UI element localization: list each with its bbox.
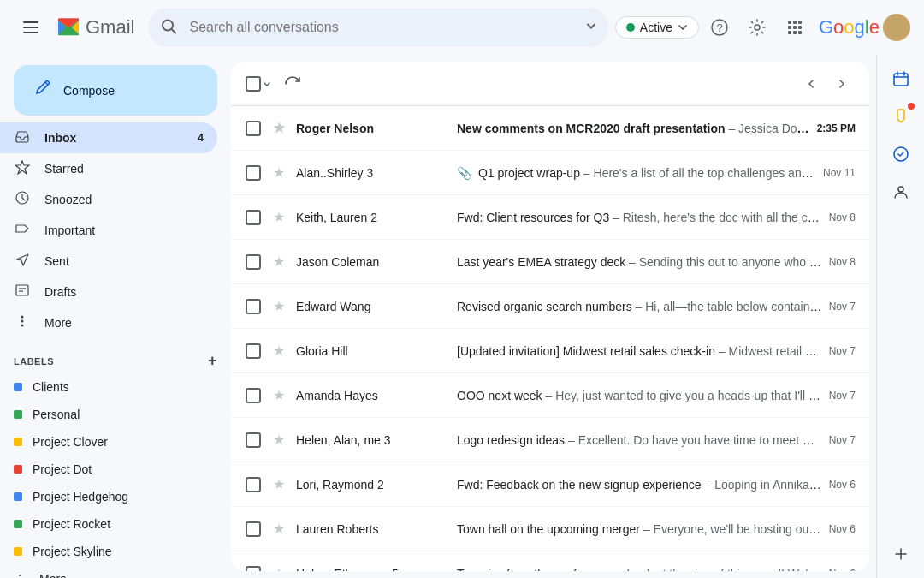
help-button[interactable]: ?: [702, 10, 737, 45]
email-checkbox-3[interactable]: [245, 210, 262, 225]
label-item-project-rocket[interactable]: Project Rocket: [0, 510, 217, 538]
google-logo: Google: [819, 16, 880, 39]
svg-point-31: [898, 187, 903, 192]
email-checkbox-6[interactable]: [245, 343, 262, 359]
star-button-4[interactable]: ★: [269, 252, 289, 272]
star-button-10[interactable]: ★: [269, 519, 289, 539]
active-status-badge[interactable]: Active: [615, 16, 699, 39]
email-checkbox-10[interactable]: [245, 521, 262, 537]
email-checkbox-8[interactable]: [245, 432, 262, 448]
next-page-button[interactable]: [828, 70, 856, 98]
email-preview-5: – Hi, all—the table below contains the r…: [636, 300, 822, 313]
svg-text:?: ?: [716, 21, 722, 34]
star-button-6[interactable]: ★: [269, 341, 289, 361]
star-button-1[interactable]: ★: [269, 118, 289, 139]
refresh-button[interactable]: [279, 70, 306, 98]
svg-rect-1: [23, 27, 38, 28]
menu-icon[interactable]: [14, 10, 48, 45]
email-sender-2: Alan..Shirley 3: [296, 166, 450, 180]
nav-item-starred[interactable]: Starred: [0, 153, 217, 184]
email-checkbox-7[interactable]: [245, 388, 262, 403]
email-row[interactable]: ★ Edward Wang Revised organic search num…: [231, 284, 869, 329]
nav-item-important[interactable]: Important: [0, 215, 217, 246]
nav-label-important: Important: [44, 223, 95, 237]
svg-marker-17: [15, 161, 29, 174]
nav-label-drafts: Drafts: [44, 285, 76, 299]
star-button-8[interactable]: ★: [269, 430, 289, 450]
star-button-7[interactable]: ★: [269, 385, 289, 406]
search-dropdown-icon[interactable]: [584, 20, 598, 36]
email-checkbox-4[interactable]: [245, 254, 262, 270]
nav-item-sent[interactable]: Sent: [0, 246, 217, 277]
nav-count-inbox: 4: [198, 132, 204, 144]
email-preview-7: – Hey, just wanted to give you a heads-u…: [545, 389, 821, 402]
gmail-logo: Gmail: [55, 14, 134, 41]
star-button-2[interactable]: ★: [269, 163, 289, 183]
gmail-text: Gmail: [86, 16, 134, 39]
email-time-11: Nov 6: [829, 568, 856, 572]
email-row[interactable]: ★ Helen, Alan, me 3 Logo redesign ideas …: [231, 418, 869, 462]
email-sender-3: Keith, Lauren 2: [296, 211, 450, 224]
label-item-project-skyline[interactable]: Project Skyline: [0, 538, 217, 565]
label-name-project-hedgehog: Project Hedgehog: [33, 490, 128, 504]
email-time-10: Nov 6: [829, 523, 856, 535]
nav-item-drafts[interactable]: Drafts: [0, 277, 217, 307]
email-row[interactable]: ★ Alan..Shirley 3 📎 Q1 project wrap-up –…: [231, 151, 869, 195]
clients-dot: [14, 383, 22, 391]
select-all-checkbox[interactable]: [245, 70, 272, 98]
expand-icon-button[interactable]: [884, 537, 918, 571]
email-checkbox-2[interactable]: [245, 165, 262, 181]
email-row[interactable]: ★ Lori, Raymond 2 Fwd: Feedback on the n…: [231, 462, 869, 507]
user-avatar[interactable]: [883, 14, 910, 41]
calendar-icon-button[interactable]: [884, 62, 918, 96]
label-item-personal[interactable]: Personal: [0, 401, 217, 428]
email-checkbox-11[interactable]: [245, 566, 262, 572]
svg-point-23: [21, 315, 24, 318]
tasks-icon-button[interactable]: [884, 137, 918, 171]
email-checkbox-1[interactable]: [245, 121, 262, 136]
email-row[interactable]: ★ Keith, Lauren 2 Fwd: Client resources …: [231, 195, 869, 240]
settings-button[interactable]: [740, 10, 774, 45]
email-content-4: Last year's EMEA strategy deck – Sending…: [457, 255, 822, 269]
apps-button[interactable]: [778, 10, 812, 45]
email-row[interactable]: ★ Amanda Hayes OOO next week – Hey, just…: [231, 373, 869, 418]
contacts-icon-button[interactable]: [884, 175, 918, 209]
nav-item-more[interactable]: More: [0, 307, 217, 338]
keep-icon-button[interactable]: [884, 99, 918, 134]
add-label-icon[interactable]: +: [208, 352, 217, 370]
star-button-9[interactable]: ★: [269, 474, 289, 495]
email-checkbox-5[interactable]: [245, 299, 262, 314]
email-subject-11: Two pics from the conference: [457, 567, 613, 572]
prev-page-button[interactable]: [797, 70, 825, 98]
email-content-7: OOO next week – Hey, just wanted to give…: [457, 389, 822, 402]
email-row[interactable]: ★ Gloria Hill [Updated invitation] Midwe…: [231, 329, 869, 373]
email-time-5: Nov 7: [829, 301, 856, 313]
email-checkbox-9[interactable]: [245, 477, 262, 492]
labels-more-link[interactable]: ⋮ More: [0, 565, 217, 578]
email-row[interactable]: ★ Roger Nelson New comments on MCR2020 d…: [231, 106, 869, 151]
email-subject-7: OOO next week: [457, 389, 542, 402]
email-subject-4: Last year's EMEA strategy deck: [457, 255, 625, 269]
email-row[interactable]: ★ Jason Coleman Last year's EMEA strateg…: [231, 240, 869, 284]
nav-item-inbox[interactable]: Inbox 4: [0, 122, 217, 153]
star-button-3[interactable]: ★: [269, 207, 289, 228]
compose-button[interactable]: Compose: [14, 65, 217, 116]
email-subject-3: Fwd: Client resources for Q3: [457, 211, 609, 224]
email-preview-4: – Sending this out to anyone who missed …: [629, 255, 822, 269]
label-item-project-clover[interactable]: Project Clover: [0, 428, 217, 456]
star-button-5[interactable]: ★: [269, 296, 289, 317]
label-item-project-hedgehog[interactable]: Project Hedgehog: [0, 483, 217, 510]
email-subject-9: Fwd: Feedback on the new signup experien…: [457, 478, 702, 492]
email-sender-9: Lori, Raymond 2: [296, 478, 450, 492]
important-icon: [14, 221, 31, 241]
nav-item-snoozed[interactable]: Snoozed: [0, 184, 217, 215]
star-button-11[interactable]: ★: [269, 563, 289, 572]
search-input[interactable]: [148, 8, 607, 47]
email-row[interactable]: ★ Helen, Ethan, me 5 Two pics from the c…: [231, 551, 869, 571]
svg-rect-26: [894, 74, 908, 86]
email-row[interactable]: ★ Lauren Roberts Town hall on the upcomi…: [231, 507, 869, 551]
svg-point-7: [755, 25, 760, 30]
svg-rect-15: [793, 31, 797, 34]
label-item-project-dot[interactable]: Project Dot: [0, 456, 217, 483]
label-item-clients[interactable]: Clients: [0, 373, 217, 401]
